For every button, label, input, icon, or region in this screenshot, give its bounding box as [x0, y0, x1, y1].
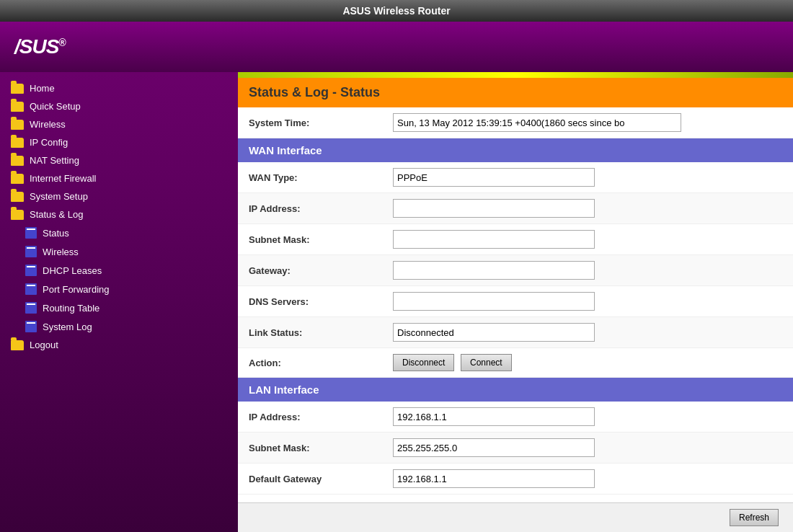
sidebar-item-label: Routing Table	[43, 303, 99, 314]
folder-icon	[11, 192, 24, 202]
lan-gateway-label: Default Gateway	[249, 474, 393, 484]
sidebar-item-ip-config[interactable]: IP Config	[0, 133, 238, 151]
folder-icon	[11, 340, 24, 350]
header-title: ASUS Wireless Router	[342, 5, 450, 17]
folder-icon	[11, 210, 24, 220]
connect-button[interactable]: Connect	[461, 354, 512, 371]
wan-link-status-row: Link Status:	[238, 317, 793, 348]
sidebar-item-dhcp-leases[interactable]: DHCP Leases	[0, 261, 238, 280]
wan-action-label: Action:	[249, 358, 393, 368]
wan-subnet-input[interactable]	[393, 230, 595, 249]
lan-gateway-value	[393, 469, 782, 488]
wan-ip-value	[393, 199, 782, 218]
sidebar-item-quick-setup[interactable]: Quick Setup	[0, 97, 238, 115]
sidebar-item-logout[interactable]: Logout	[0, 336, 238, 354]
wan-ip-input[interactable]	[393, 199, 595, 218]
page-icon	[25, 321, 37, 332]
wan-subnet-label: Subnet Mask:	[249, 234, 393, 245]
lan-subnet-row: Subnet Mask:	[238, 433, 793, 464]
wan-subnet-row: Subnet Mask:	[238, 224, 793, 255]
page-icon	[25, 227, 37, 239]
sidebar-item-internet-firewall[interactable]: Internet Firewall	[0, 169, 238, 187]
wan-action-row: Action: Disconnect Connect	[238, 348, 793, 378]
sidebar-item-label: Home	[30, 83, 55, 94]
wan-action-buttons: Disconnect Connect	[393, 354, 782, 371]
sidebar-item-label: Wireless	[43, 247, 79, 257]
wan-gateway-label: Gateway:	[249, 265, 393, 276]
sidebar-item-port-forwarding[interactable]: Port Forwarding	[0, 280, 238, 298]
sidebar-item-label: Status & Log	[30, 209, 83, 220]
wan-section-header: WAN Interface	[238, 138, 793, 162]
content-area: Status & Log - Status System Time: WAN I…	[238, 72, 793, 532]
page-icon	[25, 302, 37, 314]
wan-link-status-label: Link Status:	[249, 327, 393, 338]
wan-ip-label: IP Address:	[249, 203, 393, 214]
page-icon	[25, 283, 37, 295]
wan-dns-label: DNS Servers:	[249, 296, 393, 307]
sidebar-item-label: Wireless	[30, 119, 66, 130]
refresh-button[interactable]: Refresh	[730, 509, 779, 526]
sidebar-item-label: Logout	[30, 340, 58, 350]
wan-link-status-value	[393, 323, 782, 342]
sidebar-item-status-log[interactable]: Status & Log	[0, 205, 238, 223]
lan-ip-input[interactable]	[393, 407, 595, 426]
folder-icon	[11, 84, 24, 94]
folder-icon	[11, 102, 24, 112]
sidebar-item-home[interactable]: Home	[0, 79, 238, 97]
wan-ip-row: IP Address:	[238, 193, 793, 224]
top-header: ASUS Wireless Router	[0, 0, 793, 22]
wan-gateway-row: Gateway:	[238, 255, 793, 286]
sidebar-item-nat-setting[interactable]: NAT Setting	[0, 151, 238, 169]
system-time-value	[393, 113, 782, 132]
wan-link-status-input[interactable]	[393, 323, 595, 342]
wan-type-input[interactable]	[393, 168, 595, 187]
page-title: Status & Log - Status	[238, 78, 793, 107]
sidebar-item-label: IP Config	[30, 137, 68, 148]
content-footer: Refresh	[238, 502, 793, 532]
sidebar-item-label: System Setup	[30, 191, 88, 202]
sidebar-item-label: DHCP Leases	[43, 265, 102, 276]
lan-subnet-label: Subnet Mask:	[249, 443, 393, 453]
sidebar-item-status[interactable]: Status	[0, 223, 238, 242]
logo-trademark: ®	[58, 37, 65, 48]
lan-section-header: LAN Interface	[238, 378, 793, 402]
disconnect-button[interactable]: Disconnect	[393, 354, 454, 371]
wan-dns-value	[393, 292, 782, 311]
sidebar-item-system-setup[interactable]: System Setup	[0, 187, 238, 205]
page-icon	[25, 265, 37, 276]
wan-type-value	[393, 168, 782, 187]
logo-bar: /SUS®	[0, 22, 793, 72]
lan-gateway-input[interactable]	[393, 469, 595, 488]
sidebar-item-label: Status	[43, 228, 69, 239]
lan-ip-value	[393, 407, 782, 426]
folder-icon	[11, 138, 24, 148]
sidebar-item-system-log[interactable]: System Log	[0, 317, 238, 336]
system-time-label: System Time:	[249, 118, 393, 128]
wan-gateway-input[interactable]	[393, 261, 595, 280]
lan-subnet-input[interactable]	[393, 438, 595, 457]
lan-gateway-row: Default Gateway	[238, 464, 793, 495]
wan-subnet-value	[393, 230, 782, 249]
folder-icon	[11, 174, 24, 184]
folder-icon	[11, 120, 24, 130]
sidebar-item-label: NAT Setting	[30, 155, 79, 166]
system-time-row: System Time:	[238, 107, 793, 138]
sidebar-item-label: Port Forwarding	[43, 284, 109, 295]
system-time-input[interactable]	[393, 113, 681, 132]
wan-dns-input[interactable]	[393, 292, 595, 311]
sidebar-item-label: Quick Setup	[30, 101, 81, 112]
wan-dns-row: DNS Servers:	[238, 286, 793, 317]
sidebar-item-wireless-sub[interactable]: Wireless	[0, 242, 238, 261]
wan-type-row: WAN Type:	[238, 162, 793, 193]
sidebar-item-wireless[interactable]: Wireless	[0, 115, 238, 133]
page-icon	[25, 246, 37, 257]
sidebar-item-label: Internet Firewall	[30, 173, 96, 184]
lan-ip-label: IP Address:	[249, 412, 393, 422]
wan-gateway-value	[393, 261, 782, 280]
sidebar-item-label: System Log	[43, 322, 92, 332]
wan-type-label: WAN Type:	[249, 172, 393, 183]
sidebar-item-routing-table[interactable]: Routing Table	[0, 298, 238, 317]
main-layout: Home Quick Setup Wireless IP Config NAT …	[0, 72, 793, 532]
asus-logo: /SUS®	[14, 35, 66, 58]
lan-subnet-value	[393, 438, 782, 457]
